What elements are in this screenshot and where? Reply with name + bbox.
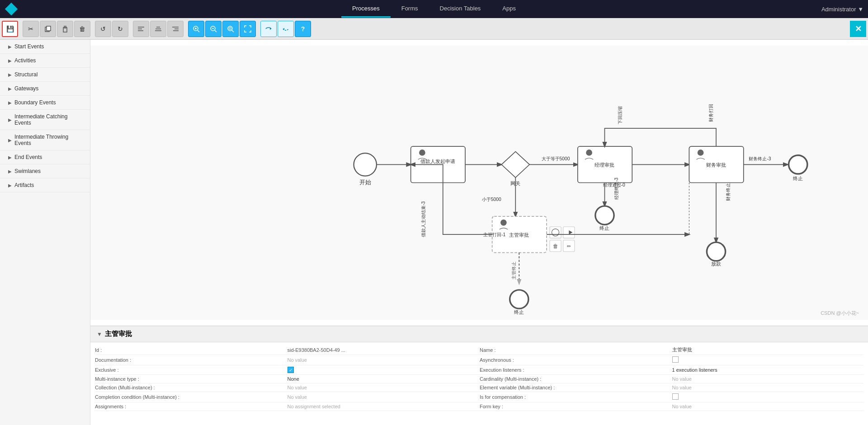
tab-processes[interactable]: Processes [341,0,391,18]
svg-text:🗑: 🗑 [553,243,558,249]
align-right-button[interactable] [167,21,184,37]
completion-value: No value [288,394,479,400]
align-center-button[interactable] [150,21,166,37]
sidebar-item-end-events[interactable]: ▶ End Events [0,150,90,164]
undo-button[interactable]: ↺ [95,21,111,37]
collection-value: No value [288,385,479,390]
assignments-label: Assignments : [95,404,287,409]
cardinality-label: Cardinality (Multi-instance) : [480,376,671,382]
fullscreen-button[interactable] [240,21,256,37]
toolbar: 💾 ✂ 🗑 ↺ ↻ ? ✕ [0,18,868,40]
top-navigation: Processes Forms Decision Tables Apps Adm… [0,0,868,18]
exec-listeners-value[interactable]: 1 execution listeners [672,367,864,373]
compensation-label: Is for compensation : [480,394,671,400]
async-label: Asynchronous : [480,357,671,363]
collapse-icon: ▼ [97,331,102,337]
sequence-flow-button[interactable] [260,21,277,37]
checkbox-blue-icon: ✓ [288,367,294,373]
exclusive-checkbox[interactable]: ✓ [288,367,479,373]
svg-text:终止: 终止 [514,309,524,315]
svg-text:✏: ✏ [567,243,571,249]
tab-apps[interactable]: Apps [491,0,527,18]
svg-text:终止: 终止 [599,225,609,231]
svg-text:借款人发起申请: 借款人发起申请 [420,159,455,164]
exec-listeners-label: Execution listeners : [480,367,671,373]
svg-rect-1 [47,26,51,31]
properties-title: 主管审批 [105,330,132,338]
properties-panel: ▼ 主管审批 Id : sid-E9380BA2-50D4-49 ... Nam… [90,326,868,425]
bpmn-canvas[interactable]: 开始 借款人发起申请 网关 大于等于5000 [90,40,868,326]
docs-value: No value [288,357,479,363]
svg-text:主管终止: 主管终止 [511,262,516,280]
fit-button[interactable] [222,21,239,37]
prop-row-completion: Completion condition (Multi-instance) : … [95,392,863,402]
svg-text:财务终止: 财务终止 [726,183,731,201]
prop-row-collection: Collection (Multi-instance) : No value E… [95,383,863,392]
svg-text:开始: 开始 [359,179,371,186]
sidebar-item-swimlanes[interactable]: ▶ Swimlanes [0,164,90,178]
sidebar-item-label: Boundary Events [14,99,56,106]
assignments-value: No assignment selected [288,404,479,409]
align-left-button[interactable] [133,21,149,37]
nav-tabs: Processes Forms Decision Tables Apps [341,0,527,18]
checkbox-empty-icon2 [672,393,679,400]
multi-type-value[interactable]: None [288,376,479,382]
async-checkbox[interactable] [672,356,864,364]
checkbox-empty-icon [672,356,679,363]
paste-button[interactable] [57,21,73,37]
properties-header[interactable]: ▼ 主管审批 [90,326,868,342]
exclusive-label: Exclusive : [95,367,287,373]
zoom-in-button[interactable] [188,21,204,37]
svg-text:财务终止-3: 财务终止-3 [749,156,771,161]
svg-line-21 [232,30,234,32]
svg-text:终止: 终止 [793,176,803,181]
sidebar-item-label: Structural [14,71,38,78]
collection-label: Collection (Multi-instance) : [95,385,287,390]
user-menu[interactable]: Administrator ▼ [821,6,863,13]
chevron-right-icon: ▶ [8,169,12,174]
sidebar-item-structural[interactable]: ▶ Structural [0,68,90,82]
sidebar-item-label: Start Events [14,43,44,50]
sidebar-item-label: Artifacts [14,182,34,188]
chevron-right-icon: ▶ [8,138,12,143]
sidebar-item-artifacts[interactable]: ▶ Artifacts [0,178,90,192]
svg-text:下回压缩: 下回压缩 [618,106,623,124]
svg-text:财务打回: 财务打回 [708,104,713,122]
id-value: sid-E9380BA2-50D4-49 ... [288,347,479,353]
help-button[interactable]: ? [295,21,311,37]
sidebar-item-gateways[interactable]: ▶ Gateways [0,82,90,96]
chevron-right-icon: ▶ [8,117,12,122]
sidebar-item-intermediate-catching[interactable]: ▶ Intermediate Catching Events [0,110,90,130]
svg-rect-25 [90,46,868,320]
svg-point-47 [789,155,807,174]
svg-point-72 [595,206,614,224]
sidebar-item-start-events[interactable]: ▶ Start Events [0,40,90,54]
sidebar-item-intermediate-throwing[interactable]: ▶ Intermediate Throwing Events [0,130,90,150]
tab-forms[interactable]: Forms [391,0,429,18]
sidebar-item-label: Intermediate Catching Events [14,113,85,126]
cut-button[interactable]: ✂ [23,21,39,37]
diamond-icon [5,3,18,15]
compensation-checkbox[interactable] [672,393,864,401]
sidebar-item-label: End Events [14,154,42,160]
tab-decision-tables[interactable]: Decision Tables [429,0,492,18]
save-button[interactable]: 💾 [2,21,18,37]
zoom-out-button[interactable] [205,21,222,37]
close-button[interactable]: ✕ [850,21,866,37]
svg-rect-56 [550,227,561,238]
sidebar-item-activities[interactable]: ▶ Activities [0,54,90,68]
main-layout: ▶ Start Events ▶ Activities ▶ Structural… [0,40,868,425]
delete-button[interactable]: 🗑 [74,21,90,37]
svg-text:经理审批: 经理审批 [594,162,614,168]
copy-button[interactable] [40,21,56,37]
prop-row-multi: Multi-instance type : None Cardinality (… [95,375,863,383]
svg-point-26 [354,153,377,176]
bpmn-diagram: 开始 借款人发起申请 网关 大于等于5000 [90,40,868,326]
sidebar-item-label: Intermediate Throwing Events [14,134,85,146]
message-flow-button[interactable] [278,21,294,37]
name-value: 主管审批 [672,346,864,353]
element-var-label: Element variable (Multi-instance) : [480,385,671,390]
redo-button[interactable]: ↻ [112,21,128,37]
sidebar-item-label: Swimlanes [14,168,41,174]
sidebar-item-boundary-events[interactable]: ▶ Boundary Events [0,96,90,110]
